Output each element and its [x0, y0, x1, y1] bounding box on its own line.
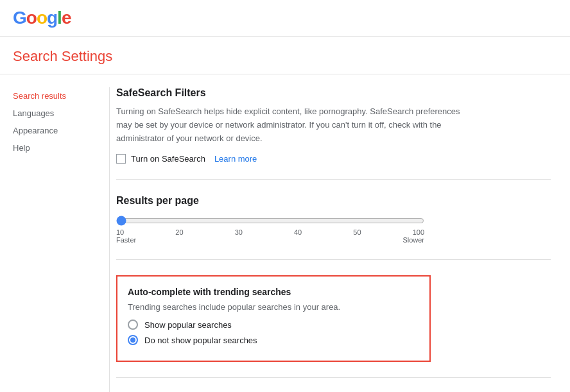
safesearch-checkbox-label[interactable]: Turn on SafeSearch — [116, 154, 205, 164]
safesearch-title: SafeSearch Filters — [116, 87, 551, 99]
slider-label-slower: Slower — [402, 236, 424, 244]
slider-tick-100: 100 — [413, 228, 424, 236]
page-title: Search Settings — [0, 37, 570, 74]
logo-e: e — [62, 8, 71, 28]
autocomplete-option-show-label: Show popular searches — [144, 320, 232, 330]
autocomplete-box: Auto-complete with trending searches Tre… — [116, 275, 431, 362]
logo-g2: g — [47, 8, 57, 28]
autocomplete-title: Auto-complete with trending searches — [128, 287, 419, 297]
sidebar-item-languages[interactable]: Languages — [13, 105, 96, 122]
safesearch-checkbox[interactable] — [116, 154, 126, 164]
sidebar-item-search-results[interactable]: Search results — [13, 87, 96, 105]
autocomplete-radio-show[interactable] — [128, 320, 138, 330]
logo-l: l — [57, 8, 62, 28]
autocomplete-description: Trending searches include popular search… — [128, 302, 419, 312]
main-layout: Search results Languages Appearance Help… — [0, 74, 570, 392]
autocomplete-option-show[interactable]: Show popular searches — [128, 320, 419, 330]
sidebar-item-appearance[interactable]: Appearance — [13, 122, 96, 139]
sidebar-item-help[interactable]: Help — [13, 139, 96, 157]
slider-tick-40: 40 — [294, 228, 302, 236]
autocomplete-option-hide-label: Do not show popular searches — [144, 336, 257, 345]
safesearch-learn-more[interactable]: Learn more — [214, 154, 257, 164]
slider-numbers: 10 20 30 40 50 100 — [116, 228, 424, 236]
content-area: SafeSearch Filters Turning on SafeSearch… — [109, 87, 570, 392]
google-logo: Google — [13, 8, 71, 28]
slider-tick-10: 10 — [116, 228, 124, 236]
slider-tick-50: 50 — [353, 228, 361, 236]
sidebar: Search results Languages Appearance Help — [0, 87, 109, 392]
slider-tick-20: 20 — [175, 228, 183, 236]
autocomplete-radio-hide[interactable] — [128, 335, 138, 345]
logo-o1: o — [26, 8, 37, 28]
autocomplete-radio-hide-inner — [130, 337, 135, 343]
results-per-page-title: Results per page — [116, 195, 551, 207]
logo-g: G — [13, 8, 26, 28]
header: Google — [0, 0, 570, 37]
autocomplete-option-hide[interactable]: Do not show popular searches — [128, 335, 419, 345]
slider-label-faster: Faster — [116, 236, 136, 244]
results-per-page-slider[interactable] — [116, 216, 424, 226]
slider-labels: Faster Slower — [116, 236, 424, 244]
slider-container: 10 20 30 40 50 100 Faster Slower — [116, 213, 424, 244]
autocomplete-section: Auto-complete with trending searches Tre… — [116, 275, 551, 378]
safesearch-description: Turning on SafeSearch helps hide explici… — [116, 105, 476, 145]
logo-o2: o — [37, 8, 47, 28]
slider-tick-30: 30 — [235, 228, 243, 236]
results-per-page-section: Results per page 10 20 30 40 50 100 Fast… — [116, 195, 551, 260]
safesearch-row: Turn on SafeSearch Learn more — [116, 154, 551, 164]
safesearch-section: SafeSearch Filters Turning on SafeSearch… — [116, 87, 551, 180]
safesearch-checkbox-text: Turn on SafeSearch — [131, 154, 205, 164]
